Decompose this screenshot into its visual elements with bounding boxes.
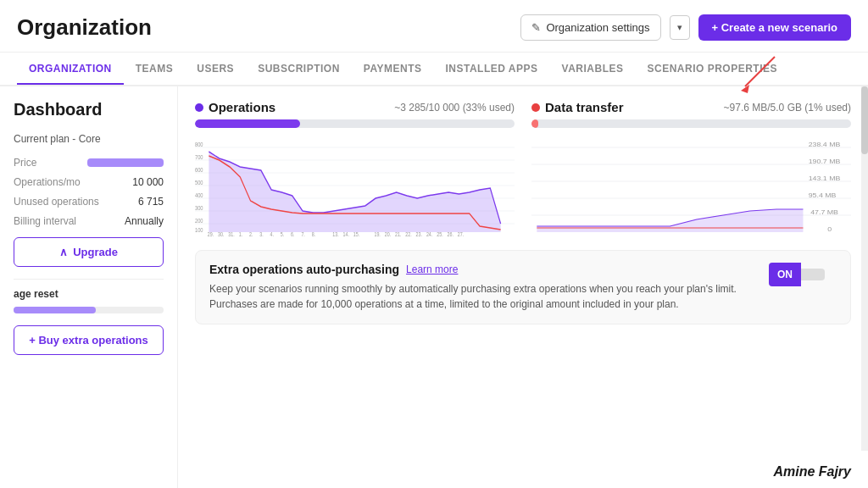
data-transfer-progress-fill (531, 119, 538, 128)
extra-ops-description: Keep your scenarios running smoothly by … (209, 281, 755, 312)
tab-users[interactable]: USERS (185, 54, 246, 85)
price-label: Price (14, 157, 36, 169)
svg-text:6.: 6. (291, 232, 295, 236)
operations-progress-fill (195, 119, 300, 128)
operations-chart-svg-wrapper: 800 700 600 500 400 300 200 100 (195, 135, 515, 236)
extra-ops-title-text: Extra operations auto-purchasing (209, 263, 399, 276)
operations-dot (195, 103, 203, 112)
edit-icon: ✎ (531, 21, 541, 34)
page-title: Organization (17, 14, 152, 41)
charts-row: Operations ~3 285/10 000 (33% used) (195, 100, 851, 236)
svg-text:190.7 MB: 190.7 MB (809, 158, 841, 165)
create-scenario-label: + Create a new scenario (712, 21, 838, 34)
extra-ops-title: Extra operations auto-purchasing Learn m… (209, 263, 755, 276)
svg-text:47.7 MB: 47.7 MB (810, 209, 838, 216)
svg-text:27.: 27. (458, 232, 465, 236)
svg-text:7.: 7. (301, 232, 305, 236)
dashboard-title: Dashboard (0, 100, 177, 133)
sidebar-divider (14, 279, 164, 280)
ops-per-mo-label: Operations/mo (14, 176, 81, 188)
svg-text:95.4 MB: 95.4 MB (809, 192, 837, 199)
data-transfer-chart-svg: 238.4 MB 190.7 MB 143.1 MB 95.4 MB 47.7 … (531, 135, 851, 236)
svg-text:31.: 31. (228, 232, 235, 236)
svg-text:600: 600 (195, 166, 203, 173)
svg-text:238.4 MB: 238.4 MB (809, 141, 841, 148)
org-settings-button[interactable]: ✎ Organization settings (520, 14, 660, 41)
current-plan-label: Current plan - Core (14, 133, 164, 145)
svg-text:24.: 24. (426, 232, 433, 236)
operations-title-text: Operations (209, 100, 275, 114)
billing-interval-value: Annually (125, 215, 164, 227)
data-transfer-chart-svg-wrapper: 238.4 MB 190.7 MB 143.1 MB 95.4 MB 47.7 … (531, 135, 851, 236)
scrollbar-thumb[interactable] (861, 86, 868, 154)
data-transfer-title-text: Data transfer (545, 100, 624, 114)
svg-text:21.: 21. (395, 232, 402, 236)
svg-text:4.: 4. (270, 232, 275, 236)
extra-ops-content: Extra operations auto-purchasing Learn m… (209, 263, 755, 312)
main-content: Dashboard Current plan - Core Price Oper… (0, 86, 868, 488)
learn-more-link[interactable]: Learn more (406, 263, 458, 275)
svg-text:800: 800 (195, 141, 203, 147)
tab-variables[interactable]: VARIABLES (550, 54, 636, 85)
tab-organization[interactable]: ORGANIZATION (17, 54, 124, 85)
upgrade-button[interactable]: ∧ Upgrade (14, 237, 164, 267)
svg-text:300: 300 (195, 204, 203, 211)
buy-extra-ops-button[interactable]: + Buy extra operations (14, 325, 164, 355)
billing-interval-label: Billing interval (14, 215, 76, 227)
operations-progress-bg (195, 119, 515, 128)
dt-area-fill (537, 209, 803, 232)
main-area: Operations ~3 285/10 000 (33% used) (178, 86, 868, 488)
tab-payments[interactable]: PAYMENTS (352, 54, 434, 85)
unused-ops-label: Unused operations (14, 196, 99, 208)
toggle-off-area[interactable] (801, 269, 825, 280)
sidebar-section: Current plan - Core Price Operations/mo … (0, 133, 177, 488)
reset-progress-fill (14, 307, 96, 313)
sidebar-row-unused: Unused operations 6 715 (14, 196, 164, 208)
svg-text:5.: 5. (281, 232, 285, 236)
org-settings-dropdown[interactable]: ▾ (670, 15, 690, 40)
header: Organization ✎ Organization settings ▾ +… (0, 0, 868, 53)
reset-progress-bg (14, 307, 164, 313)
sidebar-row-billing: Billing interval Annually (14, 215, 164, 227)
svg-text:400: 400 (195, 191, 203, 198)
header-actions: ✎ Organization settings ▾ + Create a new… (520, 14, 851, 41)
upgrade-chevron: ∧ (59, 246, 68, 258)
data-transfer-chart-title: Data transfer (531, 100, 624, 114)
extra-ops-card: Extra operations auto-purchasing Learn m… (195, 250, 851, 324)
svg-text:2.: 2. (249, 232, 253, 236)
scrollbar-area[interactable] (861, 86, 868, 451)
tab-installed-apps[interactable]: INSTALLED APPS (434, 54, 550, 85)
svg-text:13.: 13. (332, 232, 339, 236)
data-transfer-chart-header: Data transfer ~97.6 MB/5.0 GB (1% used) (531, 100, 851, 114)
svg-text:30.: 30. (218, 232, 225, 236)
operations-usage: ~3 285/10 000 (33% used) (394, 102, 515, 114)
toggle-on-label[interactable]: ON (769, 263, 801, 286)
svg-text:20.: 20. (385, 232, 392, 236)
operations-chart-svg: 800 700 600 500 400 300 200 100 (195, 135, 515, 236)
operations-chart-header: Operations ~3 285/10 000 (33% used) (195, 100, 515, 114)
svg-text:25.: 25. (437, 232, 443, 236)
create-scenario-button[interactable]: + Create a new scenario (698, 14, 852, 41)
svg-text:23.: 23. (416, 232, 423, 236)
tab-scenario-properties[interactable]: SCENARIO PROPERTIES (635, 54, 789, 85)
svg-text:26.: 26. (448, 232, 454, 236)
user-signature: Amine Fajry (773, 464, 851, 480)
operations-chart-card: Operations ~3 285/10 000 (33% used) (195, 100, 515, 236)
svg-text:0: 0 (827, 226, 832, 233)
svg-text:19.: 19. (374, 232, 381, 236)
svg-text:29.: 29. (208, 232, 214, 236)
org-settings-label: Organization settings (546, 21, 649, 34)
upgrade-label: Upgrade (73, 246, 118, 258)
tab-subscription[interactable]: SUBSCRIPTION (246, 54, 352, 85)
tab-teams[interactable]: TEAMS (124, 54, 186, 85)
svg-text:700: 700 (195, 153, 203, 160)
toggle-wrapper: ON (769, 263, 837, 286)
svg-text:8.: 8. (312, 232, 316, 236)
ops-per-mo-value: 10 000 (132, 176, 164, 188)
price-bar (87, 158, 164, 167)
page-reset-label: age reset (14, 288, 164, 300)
buy-ops-label: + Buy extra operations (29, 334, 148, 347)
operations-chart-title: Operations (195, 100, 275, 114)
svg-text:22.: 22. (405, 232, 412, 236)
sidebar-row-price: Price (14, 157, 164, 169)
